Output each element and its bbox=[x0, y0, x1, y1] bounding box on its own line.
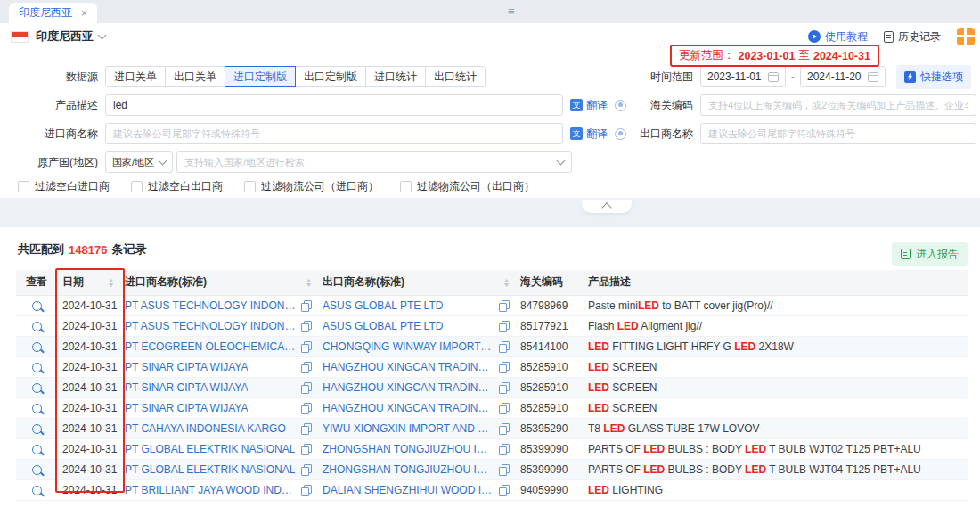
view-detail-icon[interactable] bbox=[32, 363, 42, 372]
importer-link[interactable]: PT ASUS TECHNOLOGY INDONESIA BA... bbox=[125, 299, 296, 312]
exporter-link[interactable]: YIWU XIONGXIN IMPORT AND EXPORT... bbox=[323, 422, 494, 435]
col-exporter[interactable]: 出口商名称(标准)▲▼ bbox=[317, 270, 515, 295]
product-desc-cell: LED LIGHTING bbox=[583, 479, 968, 500]
chevron-down-icon[interactable] bbox=[98, 31, 107, 40]
copy-icon[interactable] bbox=[301, 403, 312, 413]
copy-icon[interactable] bbox=[499, 423, 510, 434]
copy-icon[interactable] bbox=[301, 362, 312, 372]
source-tab-5[interactable]: 进口统计 bbox=[365, 66, 426, 87]
country-tab[interactable]: 印度尼西亚 × bbox=[9, 3, 97, 23]
close-icon[interactable]: × bbox=[81, 8, 87, 19]
copy-icon[interactable] bbox=[301, 321, 312, 331]
product-desc-input[interactable] bbox=[105, 94, 563, 116]
exporter-link[interactable]: ASUS GLOBAL PTE LTD bbox=[323, 320, 443, 332]
view-detail-icon[interactable] bbox=[32, 342, 42, 352]
copy-icon[interactable] bbox=[499, 403, 510, 413]
filter-checkbox-2[interactable]: 过滤空白出口商 bbox=[131, 179, 223, 194]
col-date[interactable]: 日期▲▼ bbox=[57, 270, 119, 295]
copy-icon[interactable] bbox=[499, 341, 510, 352]
copy-icon[interactable] bbox=[499, 485, 510, 495]
source-tab-1[interactable]: 进口关单 bbox=[105, 66, 166, 87]
source-tab-4[interactable]: 出口定制版 bbox=[295, 66, 366, 87]
exporter-link[interactable]: ZHONGSHAN TONGJIUZHOU INTERNA... bbox=[323, 443, 494, 455]
exporter-link[interactable]: HANGZHOU XINGCAN TRADING CO LTD bbox=[323, 361, 494, 373]
copy-icon[interactable] bbox=[301, 444, 312, 454]
exact-match-toggle-icon[interactable] bbox=[615, 128, 626, 140]
copy-icon[interactable] bbox=[301, 382, 312, 393]
source-tab-3[interactable]: 进口定制版 bbox=[225, 66, 296, 87]
exporter-link[interactable]: ZHONGSHAN TONGJIUZHOU INTERNA... bbox=[323, 463, 494, 476]
exporter-label: 出口商名称 bbox=[633, 127, 700, 142]
filter-checkbox-3[interactable]: 过滤物流公司（进口商） bbox=[244, 179, 379, 194]
view-detail-icon[interactable] bbox=[32, 383, 42, 393]
importer-link[interactable]: PT CAHAYA INDONESIA KARGO bbox=[125, 422, 286, 435]
tab-list-icon[interactable]: ≡ bbox=[508, 4, 515, 18]
sort-icon[interactable]: ▲▼ bbox=[503, 278, 510, 287]
source-tab-2[interactable]: 出口关单 bbox=[165, 66, 225, 87]
copy-icon[interactable] bbox=[499, 362, 510, 372]
source-tab-6[interactable]: 出口统计 bbox=[425, 66, 486, 87]
copy-icon[interactable] bbox=[301, 341, 312, 352]
copy-icon[interactable] bbox=[499, 321, 510, 331]
view-detail-icon[interactable] bbox=[32, 301, 42, 311]
checkbox-label: 过滤空白进口商 bbox=[35, 179, 110, 194]
copy-icon[interactable] bbox=[301, 464, 312, 475]
filter-checkbox-1[interactable]: 过滤空白进口商 bbox=[18, 179, 110, 194]
checkbox-icon[interactable] bbox=[18, 181, 29, 192]
collapse-panel-button[interactable] bbox=[582, 200, 632, 213]
chevron-down-icon[interactable] bbox=[557, 157, 566, 166]
importer-link[interactable]: PT GLOBAL ELEKTRIK NASIONAL bbox=[125, 443, 295, 455]
col-importer[interactable]: 进口商名称(标准)▲▼ bbox=[119, 270, 317, 295]
exporter-link[interactable]: HANGZHOU XINGCAN TRADING CO LTD bbox=[323, 402, 494, 414]
checkbox-icon[interactable] bbox=[131, 181, 143, 192]
sort-icon[interactable]: ▲▼ bbox=[306, 278, 312, 287]
importer-link[interactable]: PT GLOBAL ELEKTRIK NASIONAL bbox=[125, 463, 295, 476]
checkbox-icon[interactable] bbox=[244, 181, 256, 192]
checkbox-icon[interactable] bbox=[400, 181, 412, 192]
country-name[interactable]: 印度尼西亚 bbox=[36, 29, 94, 45]
importer-input[interactable] bbox=[105, 123, 563, 144]
view-detail-icon[interactable] bbox=[32, 445, 42, 454]
copy-icon[interactable] bbox=[499, 444, 510, 454]
history-link[interactable]: 历史记录 bbox=[884, 29, 941, 45]
gift-icon[interactable] bbox=[957, 28, 975, 45]
origin-type-select[interactable]: 国家/地区 bbox=[105, 151, 173, 173]
view-detail-icon[interactable] bbox=[32, 322, 42, 331]
importer-link[interactable]: PT ECOGREEN OLEOCHEMICALS bbox=[125, 340, 296, 353]
hs-code-cell: 85395290 bbox=[515, 418, 583, 438]
view-detail-icon[interactable] bbox=[32, 404, 42, 413]
view-detail-icon[interactable] bbox=[32, 424, 42, 434]
copy-icon[interactable] bbox=[499, 464, 510, 475]
exporter-link[interactable]: HANGZHOU XINGCAN TRADING CO LTD bbox=[323, 381, 494, 394]
date-to-input[interactable]: 2024-11-20 bbox=[800, 66, 886, 87]
filter-checkbox-4[interactable]: 过滤物流公司（出口商） bbox=[400, 179, 535, 194]
copy-icon[interactable] bbox=[499, 382, 510, 393]
importer-link[interactable]: PT SINAR CIPTA WIJAYA bbox=[125, 381, 248, 394]
exporter-input[interactable] bbox=[700, 123, 976, 144]
tutorial-link[interactable]: 使用教程 bbox=[808, 29, 868, 45]
exporter-link[interactable]: ASUS GLOBAL PTE LTD bbox=[323, 299, 443, 312]
view-detail-icon[interactable] bbox=[32, 486, 42, 495]
quick-options-label: 快捷选项 bbox=[920, 70, 963, 85]
date-from-input[interactable]: 2023-11-01 bbox=[700, 66, 786, 87]
hs-code-input[interactable] bbox=[700, 94, 976, 116]
importer-link[interactable]: PT BRILLIANT JAYA WOOD INDUSTRY bbox=[125, 484, 296, 496]
copy-icon[interactable] bbox=[301, 423, 312, 434]
enter-report-button[interactable]: 进入报告 bbox=[892, 242, 968, 266]
copy-icon[interactable] bbox=[301, 300, 312, 311]
copy-icon[interactable] bbox=[301, 485, 312, 495]
report-icon bbox=[901, 249, 911, 259]
exporter-link[interactable]: CHONGQING WINWAY IMPORT AND E... bbox=[323, 340, 494, 353]
translate-button[interactable]: 翻译 bbox=[570, 98, 608, 113]
sort-icon[interactable]: ▲▼ bbox=[108, 278, 114, 287]
importer-link[interactable]: PT SINAR CIPTA WIJAYA bbox=[125, 361, 248, 373]
exporter-link[interactable]: DALIAN SHENGZHIHUI WOOD INDUST... bbox=[323, 484, 494, 496]
quick-options-button[interactable]: 快捷选项 bbox=[896, 65, 971, 89]
view-detail-icon[interactable] bbox=[32, 465, 42, 475]
copy-icon[interactable] bbox=[499, 300, 510, 311]
translate-button[interactable]: 翻译 bbox=[570, 127, 608, 142]
origin-search-input[interactable] bbox=[184, 156, 552, 168]
importer-link[interactable]: PT SINAR CIPTA WIJAYA bbox=[125, 402, 248, 414]
exact-match-toggle-icon[interactable] bbox=[615, 100, 626, 111]
importer-link[interactable]: PT ASUS TECHNOLOGY INDONESIA BA... bbox=[125, 320, 296, 332]
